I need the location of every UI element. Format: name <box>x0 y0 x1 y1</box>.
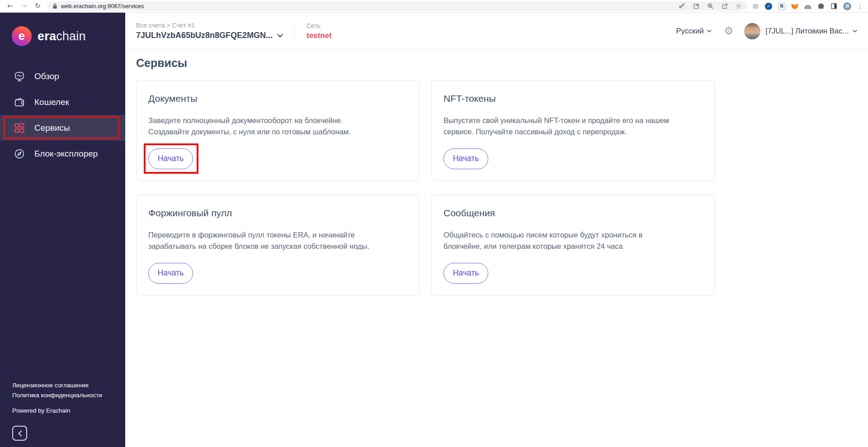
card-forging-pool: Форжинговый пулл Переводите в форжинговы… <box>136 195 420 295</box>
forward-icon[interactable]: → <box>21 3 27 10</box>
card-nft-tokens: NFT-токены Выпустите свой уникальный NFT… <box>431 80 715 181</box>
page: ← → ↻ web.erachain.org:9067/services ☆ ✓… <box>0 0 868 447</box>
browser-toolbar: ← → ↻ web.erachain.org:9067/services ☆ ✓… <box>0 0 868 13</box>
browser-menu-icon[interactable]: ⋮ <box>857 3 863 10</box>
start-button-forging[interactable]: Начать <box>148 263 193 284</box>
card-title: Форжинговый пулл <box>148 208 406 219</box>
network-label: Сеть <box>307 22 332 29</box>
extensions-puzzle-icon[interactable] <box>817 3 825 10</box>
sidebar-item-label: Блок-эксплорер <box>34 149 98 159</box>
breadcrumb: Все счета > Счет #1 <box>136 22 294 29</box>
n-extension-icon[interactable]: N <box>778 3 785 10</box>
sidebar-item-wallet[interactable]: Кошелек <box>0 89 125 115</box>
zoom-icon[interactable] <box>707 3 714 10</box>
user-avatar[interactable] <box>744 23 760 39</box>
chevron-down-icon <box>277 34 283 38</box>
account-address: 7JULhVzbA65bUz8n8GFQE2MGN... <box>136 31 273 40</box>
sidebar-item-label: Кошелек <box>34 97 69 107</box>
check-extension-icon[interactable]: ✓ <box>765 3 772 10</box>
globe-extension-icon[interactable] <box>752 3 759 10</box>
privacy-policy-link[interactable]: Политика конфиденциальности <box>12 390 102 400</box>
share-icon[interactable] <box>722 3 728 10</box>
sidebar-collapse-button[interactable] <box>12 426 27 441</box>
metamask-extension-icon[interactable] <box>791 3 798 10</box>
reload-icon[interactable]: ↻ <box>35 3 41 10</box>
start-button-messages[interactable]: Начать <box>443 263 488 284</box>
compass-icon <box>14 148 25 160</box>
omnibox-icons: ☆ <box>679 3 742 10</box>
erachain-logo-text: erachain <box>38 29 86 43</box>
header-right: Русский ⚙ [7JUL...] Литовкин Вас... <box>676 23 868 39</box>
user-menu[interactable]: [7JUL...] Литовкин Вас... <box>765 27 857 35</box>
sidebar: e erachain Обзор Кошелек Сервисы <box>0 13 125 447</box>
top-header: Все счета > Счет #1 7JULhVzbA65bUz8n8GFQ… <box>125 13 868 50</box>
erachain-logo-icon: e <box>12 26 32 46</box>
chevron-down-icon <box>707 29 712 33</box>
card-description: Переводите в форжинговый пулл токены ERA… <box>148 229 406 252</box>
extension-icons: ✓ N И ⋮ <box>752 2 868 10</box>
header-divider <box>294 20 294 43</box>
card-documents: Документы Заведите полноценный документо… <box>136 80 420 181</box>
start-button-nft[interactable]: Начать <box>443 148 488 169</box>
page-title: Сервисы <box>136 57 868 70</box>
monitor-chart-icon <box>14 71 25 82</box>
services-cards: Документы Заведите полноценный документо… <box>136 80 868 295</box>
account-selector[interactable]: Все счета > Счет #1 7JULhVzbA65bUz8n8GFQ… <box>136 22 294 40</box>
erachain-logo[interactable]: e erachain <box>0 13 125 46</box>
chevron-down-icon <box>853 29 857 33</box>
sidebar-item-services[interactable]: Сервисы <box>0 115 125 141</box>
lock-icon <box>52 3 57 9</box>
url-text: web.erachain.org:9067/services <box>61 3 144 10</box>
browser-profile-avatar[interactable]: И <box>843 2 851 10</box>
language-selector[interactable]: Русский <box>676 27 711 35</box>
license-agreement-link[interactable]: Лицензионное соглашение <box>12 380 102 390</box>
key-icon[interactable] <box>679 3 685 10</box>
services-grid-icon <box>14 122 25 134</box>
card-title: Сообщения <box>443 208 702 219</box>
powered-by-label: Powered by Erachain <box>12 407 102 414</box>
address-bar[interactable]: web.erachain.org:9067/services ☆ <box>47 1 747 11</box>
sidebar-item-overview[interactable]: Обзор <box>0 63 125 89</box>
sidebar-footer: Лицензионное соглашение Политика конфиде… <box>12 380 102 441</box>
bookmark-star-icon[interactable]: ☆ <box>736 3 742 10</box>
card-description: Выпустите свой уникальный NFT-токен и пр… <box>443 115 702 138</box>
user-name: [7JUL...] Литовкин Вас... <box>765 27 849 35</box>
card-messages: Сообщения Общайтесь с помощью писем кото… <box>431 195 715 295</box>
chevron-left-icon <box>18 430 22 437</box>
browser-nav-buttons: ← → ↻ <box>0 3 47 10</box>
language-label: Русский <box>676 27 703 35</box>
start-button-documents[interactable]: Начать <box>148 148 193 169</box>
network-indicator: Сеть testnet <box>307 22 332 40</box>
back-icon[interactable]: ← <box>7 3 13 10</box>
sidebar-item-label: Обзор <box>34 71 59 81</box>
card-title: NFT-токены <box>443 93 702 104</box>
card-title: Документы <box>148 93 406 104</box>
open-in-window-icon[interactable] <box>693 3 699 10</box>
main-content: Сервисы Документы Заведите полноценный д… <box>125 50 868 447</box>
sidebar-item-block-explorer[interactable]: Блок-эксплорер <box>0 141 125 166</box>
shade-extension-icon[interactable] <box>804 5 811 9</box>
sidebar-item-label: Сервисы <box>34 123 70 133</box>
card-description: Общайтесь с помощью писем которые будут … <box>443 229 702 252</box>
side-panel-icon[interactable] <box>830 3 837 10</box>
network-value: testnet <box>307 31 332 40</box>
settings-gear-icon[interactable]: ⚙ <box>724 26 734 36</box>
wallet-icon <box>14 96 25 108</box>
card-description: Заведите полноценный документооборот на … <box>148 115 406 138</box>
sidebar-nav: Обзор Кошелек Сервисы Блок-эксплорер <box>0 63 125 166</box>
